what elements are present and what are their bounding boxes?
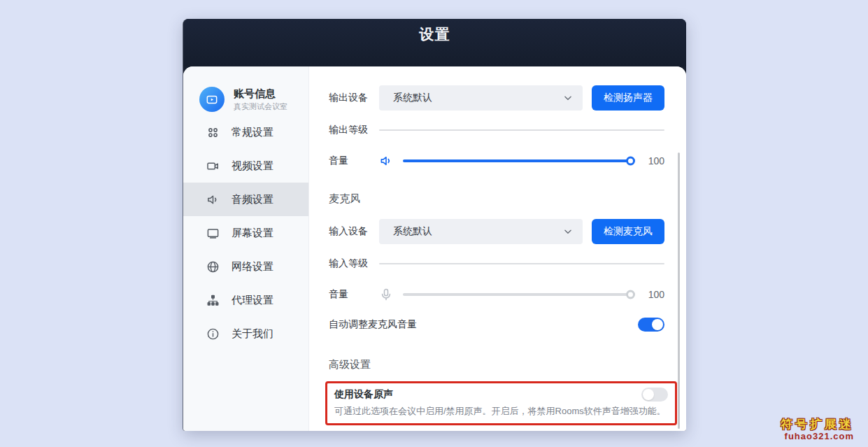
mic-volume-slider-knob[interactable] — [626, 290, 635, 299]
chevron-down-icon — [563, 93, 573, 103]
account-name: 账号信息 — [234, 87, 287, 101]
mic-volume-value: 100 — [641, 289, 664, 300]
input-level-row: 输入等级 — [329, 259, 664, 269]
scrollbar-thumb[interactable] — [678, 152, 680, 429]
account-avatar-icon — [199, 87, 225, 112]
test-microphone-button[interactable]: 检测麦克风 — [592, 219, 664, 244]
window-body: 账号信息 真实测试会议室 常规设置 — [183, 66, 686, 431]
sidebar-item-label: 常规设置 — [232, 126, 273, 139]
speaker-volume-value: 100 — [641, 155, 664, 166]
output-level-label: 输出等级 — [329, 124, 379, 136]
toggle-knob — [643, 389, 654, 400]
speaker-volume-row: 音量 100 — [329, 152, 664, 169]
monitor-icon — [206, 227, 220, 240]
auto-adjust-row: 自动调整麦克风音量 — [329, 317, 664, 332]
toggle-knob — [652, 319, 663, 330]
output-device-select[interactable]: 系统默认 — [379, 85, 583, 111]
mic-volume-row: 音量 100 — [329, 286, 664, 303]
sidebar-item-label: 代理设置 — [232, 294, 273, 307]
device-original-sound-description: 可通过此选项在会议中启用/禁用原声。开启后，将禁用Rooms软件声音增强功能。 — [334, 405, 668, 418]
chevron-down-icon — [563, 227, 573, 236]
settings-window: 设置 账号信息 真实测试会议室 — [183, 19, 686, 431]
speaker-volume-slider-knob[interactable] — [626, 157, 635, 166]
microphone-icon — [379, 288, 393, 301]
sidebar-item-video[interactable]: 视频设置 — [183, 149, 308, 183]
auto-adjust-toggle[interactable] — [638, 318, 664, 332]
advanced-section-title: 高级设置 — [329, 358, 664, 371]
device-original-sound-highlight: 使用设备原声 可通过此选项在会议中启用/禁用原声。开启后，将禁用Rooms软件声… — [325, 381, 677, 425]
speaker-volume-slider[interactable] — [403, 159, 634, 162]
mic-volume-label: 音量 — [329, 288, 379, 301]
globe-icon — [206, 260, 220, 274]
watermark-title: 符号扩展迷 — [781, 418, 854, 432]
sidebar-item-about[interactable]: 关于我们 — [183, 317, 308, 350]
input-device-label: 输入设备 — [329, 225, 379, 238]
input-level-meter — [379, 263, 664, 264]
sidebar-item-label: 视频设置 — [232, 159, 273, 173]
auto-adjust-label: 自动调整麦克风音量 — [329, 318, 417, 331]
window-titlebar: 设置 — [183, 19, 686, 66]
speaker-volume-icon — [379, 154, 393, 168]
account-subtitle: 真实测试会议室 — [234, 102, 287, 112]
device-original-sound-row: 使用设备原声 — [334, 387, 668, 402]
account-text: 账号信息 真实测试会议室 — [234, 87, 287, 112]
speaker-volume-label: 音量 — [329, 155, 379, 167]
watermark: 符号扩展迷 fuhao321.com — [781, 418, 854, 441]
audio-settings-panel: 输出设备 系统默认 检测扬声器 输出等级 音量 — [309, 66, 686, 431]
desktop-background: 设置 账号信息 真实测试会议室 — [0, 0, 868, 447]
input-device-value: 系统默认 — [393, 225, 563, 238]
device-original-sound-label: 使用设备原声 — [334, 388, 641, 401]
input-device-select[interactable]: 系统默认 — [379, 219, 583, 244]
output-level-row: 输出等级 — [329, 125, 664, 135]
output-device-label: 输出设备 — [329, 92, 379, 104]
input-device-row: 输入设备 系统默认 检测麦克风 — [329, 219, 664, 244]
output-level-meter — [379, 129, 664, 131]
sidebar-item-label: 屏幕设置 — [232, 227, 273, 240]
output-device-value: 系统默认 — [393, 92, 563, 104]
window-title: 设置 — [420, 24, 450, 44]
sidebar-item-label: 关于我们 — [232, 327, 273, 341]
sidebar-item-label: 音频设置 — [232, 193, 273, 206]
sidebar-item-general[interactable]: 常规设置 — [183, 115, 308, 149]
info-icon — [206, 327, 220, 341]
sidebar-item-screen[interactable]: 屏幕设置 — [183, 216, 308, 250]
input-level-label: 输入等级 — [329, 257, 379, 270]
sidebar-item-network[interactable]: 网络设置 — [183, 250, 308, 283]
sidebar: 账号信息 真实测试会议室 常规设置 — [183, 66, 309, 431]
proxy-sitemap-icon — [206, 294, 220, 307]
test-speaker-button[interactable]: 检测扬声器 — [592, 85, 664, 111]
sidebar-item-label: 网络设置 — [232, 260, 273, 274]
device-original-sound-toggle[interactable] — [641, 388, 668, 402]
sidebar-item-audio[interactable]: 音频设置 — [183, 183, 308, 216]
video-camera-icon — [206, 159, 220, 173]
sidebar-item-proxy[interactable]: 代理设置 — [183, 283, 308, 317]
mic-volume-slider[interactable] — [403, 293, 634, 296]
microphone-section-title: 麦克风 — [329, 192, 664, 206]
sidebar-item-account[interactable]: 账号信息 真实测试会议室 — [183, 84, 308, 115]
grid-icon — [206, 126, 220, 139]
watermark-domain: fuhao321.com — [781, 432, 854, 441]
speaker-icon — [206, 193, 220, 206]
output-device-row: 输出设备 系统默认 检测扬声器 — [329, 85, 664, 111]
